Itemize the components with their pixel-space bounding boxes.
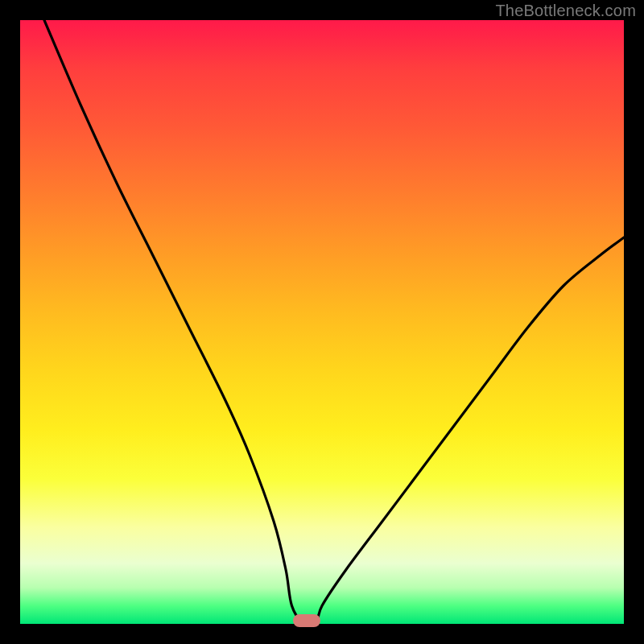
optimum-marker [293, 614, 320, 627]
bottleneck-curve [20, 20, 624, 624]
plot-area [20, 20, 624, 624]
watermark-text: TheBottleneck.com [495, 2, 636, 20]
outer-frame: TheBottleneck.com [0, 0, 644, 644]
